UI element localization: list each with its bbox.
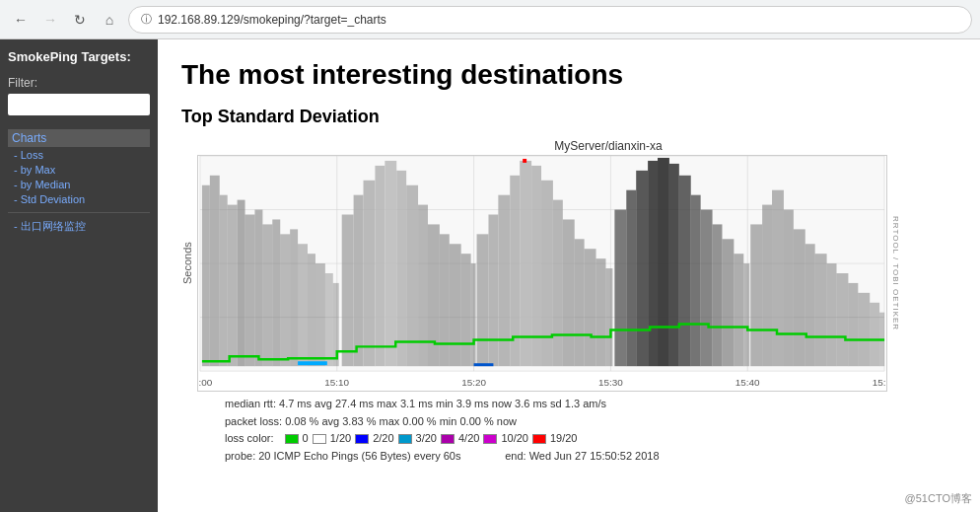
svg-text:15:50: 15:50 (873, 377, 887, 388)
sidebar-divider (8, 212, 150, 213)
svg-text:15:40: 15:40 (735, 377, 760, 388)
main-content: The most interesting destinations Top St… (158, 39, 980, 512)
svg-rect-29 (354, 195, 364, 367)
loss-label-1-20: 1/20 (330, 430, 351, 448)
packet-loss-text: packet loss: 0.08 % avg 3.83 % max 0.00 … (225, 413, 517, 431)
loss-label-19-20: 19/20 (550, 430, 578, 448)
svg-rect-54 (614, 210, 626, 367)
svg-rect-20 (272, 219, 280, 366)
svg-rect-80 (298, 361, 327, 365)
sidebar-item-by-median[interactable]: - by Median (8, 178, 150, 191)
svg-rect-34 (406, 185, 418, 366)
page-title: The most interesting destinations (181, 59, 956, 91)
svg-rect-77 (858, 293, 870, 366)
sidebar: SmokePing Targets: Filter: Charts - Loss… (0, 39, 158, 512)
svg-text:15:30: 15:30 (598, 377, 623, 388)
svg-rect-49 (563, 219, 575, 366)
svg-rect-28 (342, 215, 354, 367)
charts-link[interactable]: Charts (12, 131, 46, 145)
loss-link[interactable]: - Loss (14, 149, 43, 161)
by-max-link[interactable]: - by Max (14, 164, 55, 176)
loss-label-3-20: 3/20 (416, 430, 437, 448)
filter-input[interactable] (8, 94, 150, 115)
by-median-link[interactable]: - by Median (14, 179, 70, 190)
svg-rect-61 (691, 195, 701, 367)
svg-rect-59 (669, 164, 679, 366)
back-button[interactable]: ← (8, 7, 34, 33)
sidebar-item-extra[interactable]: - 出口网络监控 (8, 219, 150, 234)
url-text: 192.168.89.129/smokeping/?target=_charts (158, 13, 386, 27)
reload-button[interactable]: ↻ (67, 7, 93, 33)
svg-rect-13 (210, 176, 220, 366)
svg-text:15:10: 15:10 (324, 377, 349, 388)
svg-rect-14 (220, 195, 228, 367)
end-text: end: Wed Jun 27 15:50:52 2018 (505, 448, 659, 466)
sidebar-item-by-max[interactable]: - by Max (8, 163, 150, 177)
svg-rect-50 (575, 239, 585, 366)
median-rtt-line: median rtt: 4.7 ms avg 27.4 ms max 3.1 m… (225, 396, 915, 413)
chart-canvas: 15:00 15:10 15:20 15:30 15:40 15:50 40 m… (197, 155, 887, 392)
sidebar-item-charts[interactable]: Charts (8, 129, 150, 147)
svg-rect-15 (228, 205, 238, 367)
svg-rect-76 (848, 283, 858, 366)
svg-rect-16 (238, 200, 245, 367)
page-container: SmokePing Targets: Filter: Charts - Loss… (0, 39, 980, 512)
svg-rect-26 (325, 273, 333, 366)
svg-rect-60 (679, 176, 691, 366)
loss-label-0: 0 (303, 430, 309, 448)
svg-rect-57 (648, 161, 658, 366)
watermark: @51CTO博客 (905, 491, 972, 506)
section-title: Top Standard Deviation (181, 107, 956, 127)
home-button[interactable]: ⌂ (97, 7, 122, 33)
sidebar-item-loss[interactable]: - Loss (8, 148, 150, 162)
svg-text:15:20: 15:20 (461, 377, 486, 388)
svg-rect-74 (827, 263, 837, 366)
svg-rect-69 (772, 190, 784, 366)
svg-rect-40 (471, 263, 476, 366)
svg-rect-30 (364, 181, 376, 366)
probe-end-line: probe: 20 ICMP Echo Pings (56 Bytes) eve… (225, 448, 915, 466)
chart-stats: median rtt: 4.7 ms avg 27.4 ms max 3.1 m… (225, 396, 915, 465)
svg-rect-18 (254, 210, 262, 367)
packet-loss-line: packet loss: 0.08 % avg 3.83 % max 0.00 … (225, 413, 915, 431)
forward-button[interactable]: → (37, 7, 63, 33)
loss-color-3-20 (398, 434, 412, 444)
svg-rect-41 (477, 234, 489, 366)
svg-rect-37 (440, 234, 450, 366)
filter-label: Filter: (8, 76, 150, 90)
svg-rect-93 (523, 159, 526, 163)
browser-chrome: ← → ↻ ⌂ ⓘ 192.168.89.129/smokeping/?targ… (0, 0, 980, 39)
right-label: RRTOOL / TOBI OETIKER (891, 155, 900, 392)
chart-wrapper: MyServer/dianxin-xa Seconds (181, 139, 956, 392)
svg-rect-19 (262, 224, 272, 366)
lock-icon: ⓘ (141, 12, 152, 27)
loss-label-4-20: 4/20 (458, 430, 479, 448)
chart-area: Seconds (181, 155, 900, 392)
loss-color-label: loss color: (225, 430, 274, 448)
svg-rect-63 (713, 224, 723, 366)
address-bar[interactable]: ⓘ 192.168.89.129/smokeping/?target=_char… (128, 6, 972, 34)
svg-rect-17 (245, 215, 255, 367)
svg-rect-25 (315, 263, 325, 366)
loss-color-0 (285, 434, 299, 444)
loss-color-10-20 (483, 434, 497, 444)
std-deviation-link[interactable]: - Std Deviation (14, 193, 85, 205)
svg-rect-42 (488, 215, 498, 367)
loss-color-line: loss color: 0 1/20 2/20 3/20 4/20 10/20 … (225, 430, 915, 448)
sidebar-title: SmokePing Targets: (8, 49, 150, 66)
sidebar-item-std-deviation[interactable]: - Std Deviation (8, 192, 150, 206)
loss-color-2-20 (355, 434, 369, 444)
loss-color-19-20 (532, 434, 546, 444)
svg-rect-48 (553, 200, 563, 367)
extra-link[interactable]: - 出口网络监控 (14, 220, 86, 232)
svg-rect-24 (308, 254, 315, 366)
svg-rect-55 (626, 190, 636, 366)
svg-rect-66 (743, 263, 749, 366)
probe-text: probe: 20 ICMP Echo Pings (56 Bytes) eve… (225, 448, 460, 466)
y-axis-label: Seconds (181, 155, 193, 372)
svg-rect-51 (585, 249, 596, 366)
loss-label-2-20: 2/20 (373, 430, 393, 448)
svg-rect-75 (836, 273, 848, 366)
loss-color-4-20 (441, 434, 455, 444)
svg-rect-56 (636, 171, 648, 366)
